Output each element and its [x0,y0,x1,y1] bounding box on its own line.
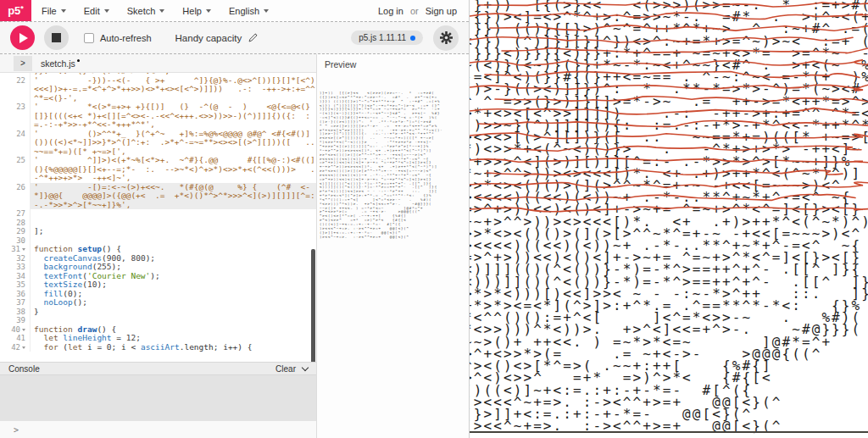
line-number: 24 [0,130,31,157]
fold-arrow-icon[interactable] [22,347,25,349]
login-link[interactable]: Log in [378,6,403,16]
auth-links: Log in or Sign up [378,6,469,16]
code-text: ' -}))--<(- { >+ ^]}{@}%-.@<>^[))[}[]*[<… [31,76,316,103]
menu-label: Sketch [127,6,156,16]
settings-button[interactable] [433,25,459,51]
console-output [0,375,316,421]
line-number: 37 [0,298,31,308]
edit-name-pencil-icon[interactable] [248,33,258,42]
tab-sketch-js[interactable]: sketch.js [41,58,80,69]
fold-arrow-icon[interactable] [22,329,25,331]
line-number: 41 [0,334,31,343]
editor-scrollbar[interactable] [311,249,315,362]
editor-window: p5* FileEditSketchHelpEnglish Log in or … [0,0,469,438]
console-title: Console [8,364,40,374]
logo-asterisk: * [20,4,24,13]
line-number: 38 [0,308,31,317]
menu-file[interactable]: File [42,6,66,16]
menu-label: File [42,6,57,16]
play-button[interactable] [10,25,35,50]
menu-label: Edit [84,6,100,16]
line-number: 29 [0,227,31,236]
preview-column: Preview )}+)) [{(>}<< <(>>>)(>>=~-. * :=… [317,54,469,438]
line-number: 42 [0,343,31,352]
chevron-down-icon [104,9,109,13]
console-panel: Console Clear > [0,362,316,438]
code-line[interactable]: 42 for (let i = 0; i < asciiArt.length; … [0,343,316,352]
update-dot-icon [410,36,415,41]
console-clear-button[interactable]: Clear [275,364,296,374]
top-navbar: p5* FileEditSketchHelpEnglish Log in or … [0,0,469,22]
code-text: ]; [31,227,316,236]
line-number: 23 [0,103,31,130]
version-text: p5.js 1.11.11 [359,33,406,42]
fold-arrow-icon[interactable] [22,248,25,251]
code-editor[interactable]: )}. :. (} >=(+*+#=> .% ,22' -}))--<(- { … [0,73,316,362]
line-number: 35 [0,280,31,290]
chevron-down-icon [61,9,66,13]
sketch-canvas-output: )}+)) [{(>}<< <(>>>)(>>=~-. * :=+>#( ({}… [469,0,868,438]
play-icon [19,33,28,43]
code-line[interactable]: 26' -[)=:<-~(>)+<<~. *(#{@(@ %} { (^# <-… [0,183,316,210]
console-input[interactable]: > [0,421,316,438]
code-text: ' ()>^^*+_ }(^+^~ +]%:=%@%<@@@@ @#@^ <#{… [31,130,316,157]
menu-edit[interactable]: Edit [84,6,109,16]
unsaved-indicator [77,59,81,63]
line-number: 30 [0,236,31,246]
signup-link[interactable]: Sign up [426,6,457,16]
line-number: 25 [0,156,31,183]
workspace: > sketch.js )}. :. (} >=(+*+#=> .% ,22' … [0,54,469,438]
code-line[interactable]: 24' ()>^^*+_ }(^+^~ +]%:=%@%<@@@@ @#@^ <… [0,130,316,157]
preview-canvas-art: )}+)) [{(>}<< <(>>>)(>>=~-. * :=+>#( ({}… [320,91,443,239]
code-line[interactable]: 37 noLoop(); [0,298,316,308]
toolbar-right: p5.js 1.11.11 [351,25,469,51]
auto-refresh-checkbox[interactable] [84,33,94,43]
code-line[interactable]: 23' *<(>*=+>+ +}{[)] (} -^(@ - ) <@{<=@<… [0,103,316,130]
line-number: 32 [0,254,31,263]
stop-icon [52,33,61,42]
or-text: or [410,6,419,16]
sketch-title[interactable]: Handy capacity [175,33,242,43]
code-text: noLoop(); [31,298,316,308]
menu-label: Help [182,6,202,16]
stop-button[interactable] [44,25,69,50]
editor-column: > sketch.js )}. :. (} >=(+*+#=> .% ,22' … [0,54,317,438]
code-line[interactable]: 38} [0,308,316,317]
menu-bar: FileEditSketchHelpEnglish [42,6,269,16]
preview-title: Preview [317,54,469,69]
code-text: for (let i = 0; i < asciiArt.length; i++… [31,343,316,352]
console-prompt: > [14,425,19,435]
code-text: ' ^]]>)<(+*~%[<*>+. ~^#}{.@@ #{[[%@-:)<#… [31,156,316,183]
code-line[interactable]: 28 [0,219,316,228]
chevron-down-icon [264,9,269,13]
sketch-toolbar: Auto-refresh Handy capacity p5.js 1.11.1… [0,22,469,54]
console-collapse-icon[interactable] [302,363,309,370]
chevron-down-icon [206,9,211,13]
p5-web-editor: p5* FileEditSketchHelpEnglish Log in or … [0,0,868,438]
code-text: ' *<(>*=+>+ +}{[)] (} -^(@ - ) <@{<=@<(}… [31,103,316,130]
line-number: 36 [0,290,31,299]
line-number: 22 [0,76,31,103]
gear-icon [439,30,453,45]
code-text: } [31,308,316,317]
menu-help[interactable]: Help [182,6,211,16]
code-line[interactable]: 27 [0,209,316,219]
code-line[interactable]: 29]; [0,227,316,236]
line-number: 33 [0,263,31,272]
code-line[interactable]: 25' ^]]>)<(+*~%[<*>+. ~^#}{.@@ #{[[%@-:)… [0,156,316,183]
line-number: 39 [0,316,31,325]
code-text [31,219,316,228]
sidebar-expand-button[interactable]: > [14,56,32,71]
p5-logo[interactable]: p5* [0,0,31,21]
code-lines: )}. :. (} >=(+*+#=> .% ,22' -}))--<(- { … [0,73,316,352]
tab-label: sketch.js [41,58,75,69]
file-tab-bar: > sketch.js [0,54,316,73]
line-number: 34 [0,272,31,281]
menu-sketch[interactable]: Sketch [127,6,165,16]
console-header: Console Clear [0,362,316,375]
menu-english[interactable]: English [229,6,269,16]
code-line[interactable]: 22' -}))--<(- { >+ ^]}{@}%-.@<>^[))[}[]*… [0,76,316,103]
code-text [31,209,316,219]
line-number: 28 [0,219,31,228]
p5-version-badge[interactable]: p5.js 1.11.11 [351,30,423,45]
